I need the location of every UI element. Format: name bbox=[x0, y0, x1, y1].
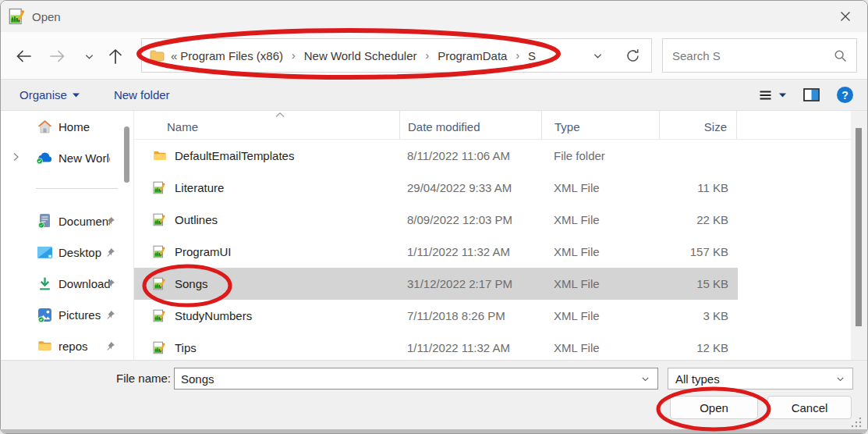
table-row-songs-selected[interactable]: Songs 31/12/2022 2:17 PM XML File 15 KB bbox=[134, 268, 738, 300]
breadcrumb-separator: › bbox=[417, 49, 438, 62]
file-date: 29/04/2022 9:33 AM bbox=[407, 181, 544, 194]
up-arrow-icon bbox=[106, 47, 125, 66]
sidebar-item-label: Desktop bbox=[58, 246, 101, 259]
xml-file-icon bbox=[153, 181, 167, 195]
file-date: 1/11/2022 11:32 AM bbox=[407, 341, 544, 354]
file-name: ProgramUI bbox=[175, 245, 395, 258]
window-title: Open bbox=[32, 10, 61, 23]
file-type: XML File bbox=[554, 309, 663, 322]
caret-down-icon bbox=[73, 93, 80, 98]
file-type: XML File bbox=[554, 245, 663, 258]
file-type-select[interactable]: All types bbox=[668, 368, 853, 390]
file-name: Literature bbox=[175, 181, 395, 194]
column-headers: Name Date modified Type Size bbox=[134, 111, 867, 140]
sidebar-item-download[interactable]: Download bbox=[1, 268, 133, 299]
breadcrumb-segment-new-world-scheduler[interactable]: New World Scheduler bbox=[304, 49, 417, 62]
back-arrow-icon bbox=[14, 47, 33, 66]
sort-ascending-icon bbox=[275, 112, 285, 118]
file-date: 7/11/2018 8:26 PM bbox=[407, 309, 544, 322]
help-button[interactable]: ? bbox=[837, 87, 853, 103]
sidebar-item-desktop[interactable]: Desktop bbox=[1, 237, 133, 268]
xml-file-icon bbox=[153, 213, 167, 227]
list-scrollbar-thumb[interactable] bbox=[856, 128, 862, 326]
home-icon bbox=[36, 118, 53, 135]
table-row-defaultemailtemplates[interactable]: DefaultEmailTemplates 8/11/2022 11:06 AM… bbox=[134, 140, 738, 172]
breadcrumb-overflow-chevron[interactable]: « bbox=[171, 49, 177, 62]
caret-down-icon bbox=[779, 93, 786, 98]
chevron-down-icon[interactable] bbox=[640, 374, 657, 384]
resize-grip[interactable] bbox=[850, 416, 863, 429]
app-icon bbox=[9, 8, 26, 25]
refresh-icon[interactable] bbox=[625, 48, 640, 63]
expand-chevron-icon[interactable] bbox=[11, 151, 20, 165]
breadcrumb-segment-s[interactable]: S bbox=[528, 49, 536, 62]
chevron-down-icon bbox=[83, 51, 95, 62]
file-size: 22 KB bbox=[660, 213, 728, 226]
table-row-tips[interactable]: Tips 1/11/2022 11:32 AM XML File 12 KB bbox=[134, 332, 738, 360]
column-header-size[interactable]: Size bbox=[659, 111, 737, 139]
folder-icon bbox=[153, 149, 167, 163]
file-type: XML File bbox=[554, 213, 663, 226]
close-button[interactable] bbox=[830, 4, 861, 29]
cancel-button[interactable]: Cancel bbox=[767, 396, 852, 419]
column-header-name[interactable]: Name bbox=[134, 111, 399, 139]
file-date: 8/11/2022 11:06 AM bbox=[407, 149, 544, 162]
sidebar-item-documents[interactable]: Documents bbox=[1, 205, 133, 237]
table-row-studynumbers[interactable]: StudyNumbers 7/11/2018 8:26 PM XML File … bbox=[134, 300, 738, 332]
title-bar: Open bbox=[1, 1, 867, 32]
onedrive-cloud-icon bbox=[36, 149, 53, 166]
sidebar-item-pictures[interactable]: Pictures bbox=[1, 299, 133, 330]
recent-locations-button[interactable] bbox=[79, 46, 99, 66]
sidebar-item-new-world[interactable]: New World bbox=[1, 142, 133, 173]
window-bottom-edge bbox=[1, 429, 867, 433]
sidebar-scrollbar[interactable] bbox=[124, 126, 129, 183]
xml-file-icon bbox=[153, 341, 167, 355]
help-icon: ? bbox=[841, 89, 849, 101]
open-button[interactable]: Open bbox=[670, 396, 758, 419]
file-name: Songs bbox=[175, 277, 395, 290]
table-row-programui[interactable]: ProgramUI 1/11/2022 11:32 AM XML File 15… bbox=[134, 236, 738, 268]
xml-file-icon bbox=[153, 277, 167, 291]
new-folder-button[interactable]: New folder bbox=[114, 88, 170, 101]
documents-icon bbox=[36, 212, 53, 229]
preview-pane-icon[interactable] bbox=[803, 88, 820, 101]
list-scrollbar-track[interactable] bbox=[851, 111, 867, 360]
sidebar-item-label: repos bbox=[58, 340, 88, 353]
breadcrumb-segment-program-files[interactable]: Program Files (x86) bbox=[180, 49, 283, 62]
sidebar-item-home[interactable]: Home bbox=[1, 111, 133, 142]
address-bar[interactable]: « Program Files (x86) › New World Schedu… bbox=[141, 38, 652, 73]
desktop-icon bbox=[36, 244, 53, 261]
column-header-date-modified[interactable]: Date modified bbox=[399, 111, 541, 139]
file-date: 31/12/2022 2:17 PM bbox=[407, 277, 544, 290]
address-dropdown-icon[interactable] bbox=[592, 50, 604, 62]
back-button[interactable] bbox=[13, 46, 34, 66]
forward-button[interactable] bbox=[48, 46, 68, 66]
xml-file-icon bbox=[153, 245, 167, 259]
file-name-input[interactable] bbox=[175, 372, 640, 386]
search-icon[interactable] bbox=[834, 49, 847, 62]
view-options-button[interactable] bbox=[758, 88, 786, 102]
breadcrumb-separator: › bbox=[283, 49, 304, 62]
table-row-outlines[interactable]: Outlines 8/09/2022 12:03 PM XML File 22 … bbox=[134, 204, 738, 236]
pictures-icon bbox=[36, 306, 53, 323]
breadcrumb-segment-programdata[interactable]: ProgramData bbox=[438, 49, 507, 62]
organise-button[interactable]: Organise bbox=[19, 88, 80, 101]
file-size: 3 KB bbox=[660, 309, 728, 322]
sidebar-item-repos[interactable]: repos bbox=[1, 330, 133, 360]
file-size: 12 KB bbox=[660, 341, 728, 354]
close-icon bbox=[840, 11, 851, 22]
up-button[interactable] bbox=[105, 46, 126, 66]
file-size: 11 KB bbox=[660, 181, 728, 194]
table-row-literature[interactable]: Literature 29/04/2022 9:33 AM XML File 1… bbox=[134, 172, 738, 204]
file-name: Outlines bbox=[175, 213, 395, 226]
pin-icon bbox=[105, 215, 115, 229]
search-input[interactable] bbox=[672, 49, 834, 62]
column-header-type[interactable]: Type bbox=[541, 111, 659, 139]
new-folder-label: New folder bbox=[114, 88, 170, 101]
download-icon bbox=[36, 275, 53, 292]
navigation-bar: « Program Files (x86) › New World Schedu… bbox=[1, 32, 867, 79]
breadcrumb-separator: › bbox=[507, 49, 528, 62]
forward-arrow-icon bbox=[48, 47, 67, 66]
open-dialog-window: Open « Program Files (x86) › New World S… bbox=[0, 0, 868, 434]
sidebar-item-label: Documents bbox=[58, 215, 110, 228]
